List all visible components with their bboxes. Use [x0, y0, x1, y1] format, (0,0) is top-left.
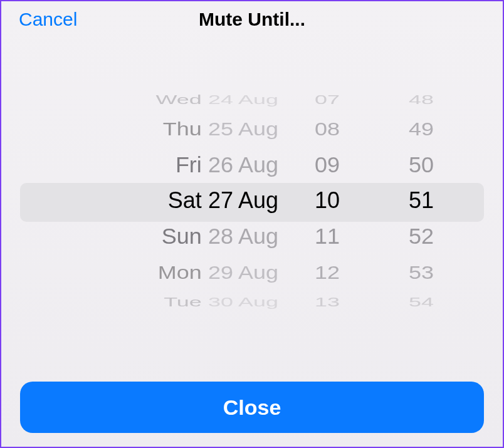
picker-item-minute[interactable]: 54: [409, 295, 434, 308]
page-title: Mute Until...: [199, 9, 305, 30]
close-button[interactable]: Close: [20, 382, 484, 433]
picker-item-date[interactable]: Mon 29 Aug: [158, 258, 278, 286]
picker-item-date[interactable]: Sun 28 Aug: [162, 219, 278, 253]
picker-item-minute[interactable]: 53: [409, 258, 434, 286]
picker-item-date[interactable]: Tue 30 Aug: [164, 295, 278, 308]
picker-item-minute[interactable]: 48: [409, 93, 434, 106]
picker-item-date[interactable]: Fri 26 Aug: [176, 148, 278, 182]
picker-item-hour[interactable]: 13: [315, 295, 340, 308]
datetime-picker[interactable]: Wed 24 Aug Thu 25 Aug Fri 26 Aug Sat 27 …: [20, 75, 484, 326]
date-column[interactable]: Wed 24 Aug Thu 25 Aug Fri 26 Aug Sat 27 …: [20, 75, 290, 326]
picker-item-hour-selected[interactable]: 10: [315, 183, 340, 219]
minute-column[interactable]: 48 49 50 51 52 53 54: [365, 75, 478, 326]
picker-item-hour[interactable]: 08: [315, 115, 340, 143]
picker-item-hour[interactable]: 07: [315, 93, 340, 106]
cancel-button[interactable]: Cancel: [19, 9, 77, 30]
header: Cancel Mute Until...: [1, 1, 503, 38]
picker-item-date[interactable]: Wed 24 Aug: [155, 93, 278, 106]
picker-item-hour[interactable]: 09: [315, 148, 340, 182]
picker-item-date[interactable]: Thu 25 Aug: [163, 115, 278, 143]
picker-item-minute[interactable]: 52: [409, 219, 434, 253]
picker-item-date-selected[interactable]: Sat 27 Aug: [168, 183, 278, 219]
picker-item-hour[interactable]: 11: [315, 219, 340, 253]
hour-column[interactable]: 07 08 09 10 11 12 13: [290, 75, 365, 326]
picker-item-hour[interactable]: 12: [315, 258, 340, 286]
picker-item-minute[interactable]: 50: [409, 148, 434, 182]
picker-item-minute-selected[interactable]: 51: [409, 183, 434, 219]
picker-item-minute[interactable]: 49: [409, 115, 434, 143]
